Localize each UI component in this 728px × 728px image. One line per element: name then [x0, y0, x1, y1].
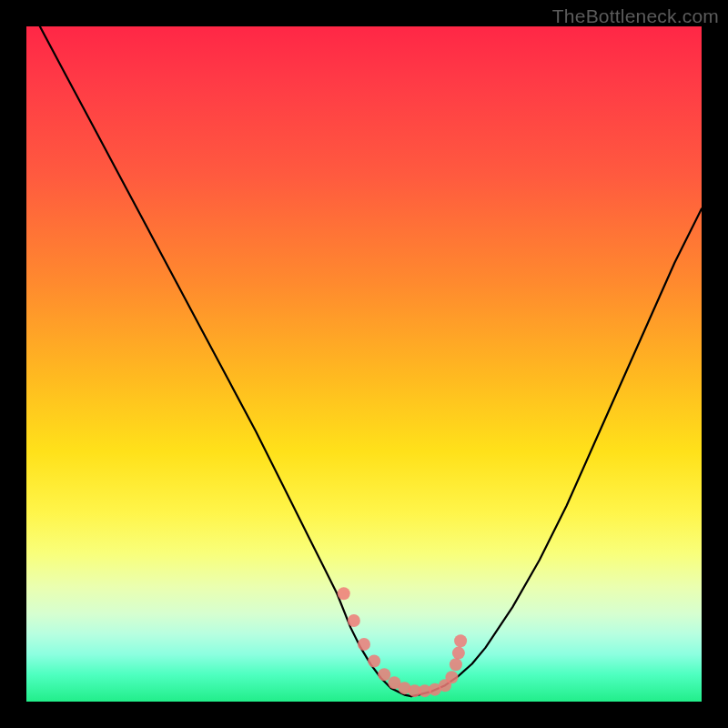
marker-dot	[348, 614, 360, 627]
bottleneck-curve-chart	[26, 26, 702, 702]
curve-left-curve	[40, 26, 411, 696]
marker-dot	[454, 634, 467, 647]
marker-dot	[378, 668, 390, 681]
curve-right-curve	[411, 208, 702, 696]
marker-dot	[358, 638, 370, 651]
plot-area	[26, 26, 702, 702]
marker-dot	[338, 587, 350, 600]
marker-dot	[452, 647, 465, 660]
watermark-text: TheBottleneck.com	[552, 5, 719, 27]
marker-dot	[368, 654, 380, 667]
marker-dot	[445, 671, 458, 683]
marker-dot	[450, 658, 462, 671]
